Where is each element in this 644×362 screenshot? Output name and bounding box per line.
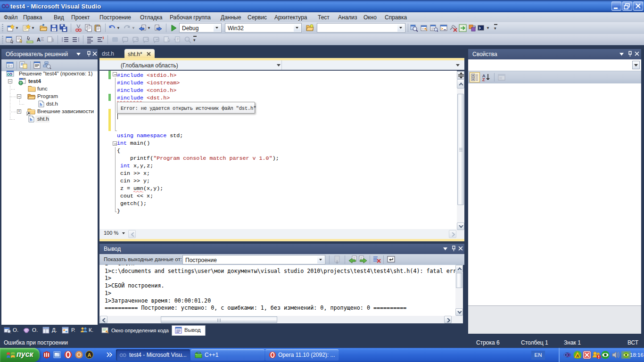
svg-text:A: A (88, 352, 91, 358)
svg-text:A: A (37, 37, 41, 42)
svg-text:h: h (40, 102, 42, 107)
svg-text:A: A (576, 354, 579, 358)
svg-text:Z: Z (482, 77, 485, 81)
svg-text:h: h (30, 117, 33, 122)
